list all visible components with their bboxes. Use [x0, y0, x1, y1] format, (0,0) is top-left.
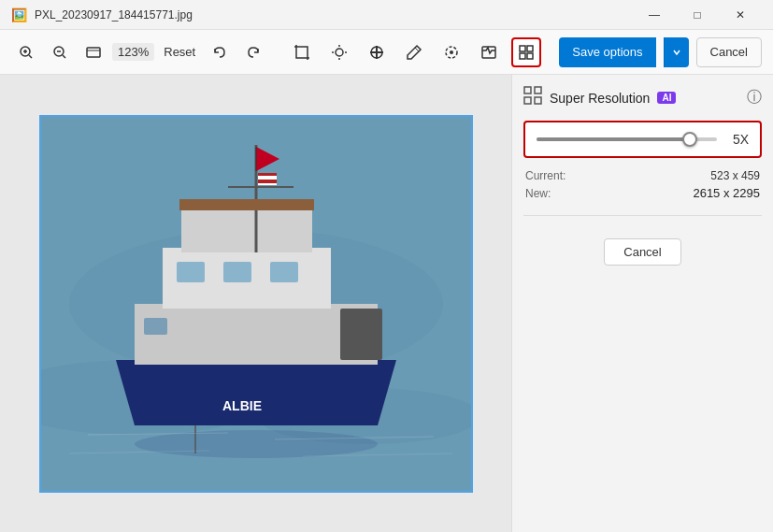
reset-button[interactable]: Reset	[158, 41, 201, 63]
svg-rect-19	[520, 46, 525, 51]
adjustments-button[interactable]	[474, 37, 504, 67]
svg-point-46	[135, 430, 378, 458]
svg-rect-21	[520, 53, 525, 59]
svg-point-17	[450, 50, 453, 54]
current-size-row: Current: 523 x 459	[525, 169, 760, 182]
draw-icon	[406, 44, 422, 61]
panel-header-left: Super Resolution AI	[523, 86, 676, 109]
slider-thumb[interactable]	[682, 132, 697, 147]
zoom-out-button[interactable]	[45, 37, 75, 67]
svg-rect-52	[524, 87, 531, 93]
slider-wrapper[interactable]	[537, 137, 717, 141]
redo-button[interactable]	[238, 37, 268, 67]
fit-screen-button[interactable]	[79, 37, 108, 67]
save-options-dropdown-button[interactable]	[664, 37, 689, 67]
title-bar-left: 🖼️ PXL_20230917_184415771.jpg	[11, 7, 193, 22]
brightness-icon	[331, 44, 348, 61]
slider-section: 5X	[523, 121, 762, 158]
main-content: ALBIE	[0, 75, 773, 532]
current-label: Current:	[525, 169, 565, 182]
new-label: New:	[525, 187, 551, 200]
svg-rect-39	[340, 309, 382, 360]
title-bar: 🖼️ PXL_20230917_184415771.jpg — □ ✕	[0, 0, 773, 30]
slider-track[interactable]	[537, 137, 717, 141]
svg-rect-37	[179, 199, 314, 210]
svg-rect-55	[535, 97, 541, 104]
toolbar-right: Save options Cancel	[559, 37, 762, 67]
zoom-value: 123%	[112, 43, 154, 61]
image-area: ALBIE	[0, 75, 511, 532]
crop-button[interactable]	[287, 37, 317, 67]
svg-rect-41	[258, 176, 277, 180]
svg-rect-29	[177, 262, 205, 282]
panel-divider	[523, 215, 762, 216]
cancel-button[interactable]: Cancel	[696, 37, 762, 67]
new-size-row: New: 2615 x 2295	[525, 186, 760, 200]
panel-title: Super Resolution	[550, 91, 650, 106]
svg-rect-30	[223, 262, 251, 282]
svg-text:ALBIE: ALBIE	[222, 398, 262, 413]
blur-icon	[443, 44, 460, 61]
svg-line-6	[63, 55, 65, 58]
super-resolution-button[interactable]	[511, 37, 541, 67]
zoom-in-button[interactable]	[11, 37, 41, 67]
panel-header: Super Resolution AI ⓘ	[523, 86, 762, 109]
right-panel: Super Resolution AI ⓘ 5X Current: 523 x …	[511, 75, 773, 532]
slider-fill	[537, 137, 690, 141]
svg-line-3	[29, 55, 32, 58]
current-value: 523 x 459	[710, 169, 760, 182]
zoom-display: 123%	[112, 43, 154, 61]
svg-rect-42	[258, 180, 277, 183]
svg-rect-38	[144, 318, 167, 335]
panel-cancel-button[interactable]: Cancel	[604, 238, 680, 266]
crop-icon	[293, 44, 310, 61]
blur-button[interactable]	[437, 37, 466, 67]
zoom-in-icon	[19, 45, 34, 60]
undo-icon	[212, 45, 227, 60]
image-container: ALBIE	[39, 115, 473, 493]
svg-line-15	[415, 48, 419, 51]
redo-icon	[246, 45, 261, 60]
zoom-out-icon	[52, 45, 67, 60]
brightness-button[interactable]	[324, 37, 354, 67]
close-button[interactable]: ✕	[719, 0, 762, 30]
boat-scene-svg: ALBIE	[41, 117, 471, 491]
boat-image: ALBIE	[41, 117, 471, 491]
minimize-button[interactable]: —	[633, 0, 676, 30]
svg-rect-20	[527, 46, 533, 51]
chevron-down-icon	[672, 48, 681, 57]
info-icon[interactable]: ⓘ	[747, 88, 762, 108]
maximize-button[interactable]: □	[676, 0, 719, 30]
svg-point-9	[336, 49, 343, 56]
app-icon: 🖼️	[11, 7, 27, 22]
svg-rect-31	[270, 262, 298, 282]
heal-button[interactable]	[362, 37, 392, 67]
super-res-panel-icon	[523, 86, 542, 105]
svg-rect-43	[258, 183, 277, 185]
adjustments-icon	[480, 44, 497, 61]
heal-icon	[368, 44, 385, 61]
svg-rect-53	[535, 87, 541, 93]
undo-button[interactable]	[205, 37, 235, 67]
toolbar: 123% Reset	[0, 30, 773, 75]
panel-tool-icon	[523, 86, 542, 109]
new-value: 2615 x 2295	[693, 186, 760, 200]
svg-rect-32	[181, 206, 312, 252]
window-title: PXL_20230917_184415771.jpg	[35, 8, 193, 22]
slider-value: 5X	[726, 132, 749, 147]
svg-rect-54	[524, 97, 531, 104]
fit-screen-icon	[86, 45, 101, 60]
svg-rect-7	[87, 48, 100, 57]
save-options-button[interactable]: Save options	[559, 37, 655, 67]
toolbar-left: 123% Reset	[11, 37, 268, 67]
info-rows: Current: 523 x 459 New: 2615 x 2295	[523, 169, 762, 200]
toolbar-center	[287, 37, 541, 67]
draw-button[interactable]	[399, 37, 429, 67]
window-controls: — □ ✕	[633, 0, 762, 30]
super-resolution-icon	[518, 44, 535, 61]
svg-rect-22	[527, 53, 533, 59]
ai-badge: AI	[657, 92, 676, 104]
